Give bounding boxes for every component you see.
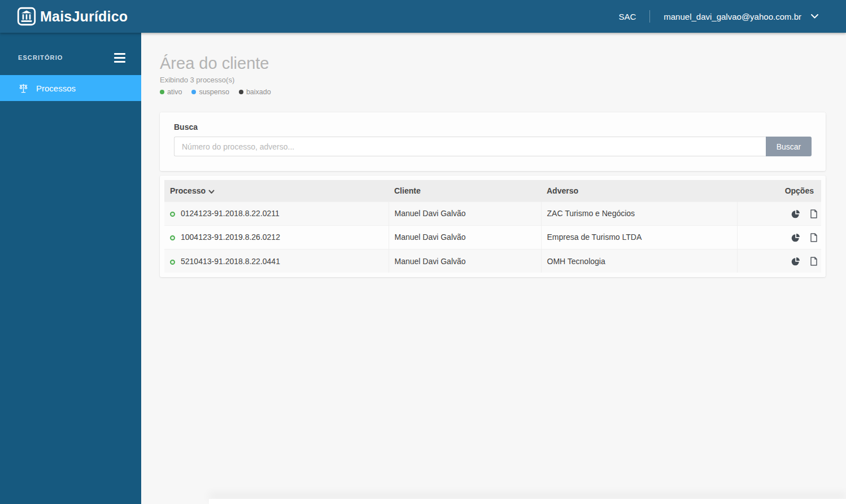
search-button[interactable]: Buscar bbox=[766, 137, 812, 156]
column-header-opcoes: Opções bbox=[737, 180, 821, 201]
hamburger-menu-icon[interactable] bbox=[114, 52, 125, 64]
legend-label-ativo: ativo bbox=[167, 88, 182, 96]
sidebar-section-label: ESCRITÓRIO bbox=[18, 54, 63, 61]
table-row: 5210413-91.2018.8.22.0441 Manuel Davi Ga… bbox=[164, 249, 821, 273]
bottom-page-fade bbox=[209, 499, 846, 504]
navbar-divider bbox=[649, 10, 650, 23]
column-header-cliente: Cliente bbox=[389, 180, 541, 201]
cell-opcoes bbox=[737, 225, 821, 249]
document-icon[interactable] bbox=[810, 257, 818, 266]
legend-item-suspenso: suspenso bbox=[191, 88, 229, 96]
cell-opcoes bbox=[737, 201, 821, 225]
status-dot-ativo bbox=[170, 235, 175, 240]
legend-dot-ativo bbox=[160, 90, 164, 94]
scales-of-justice-icon bbox=[18, 83, 29, 94]
status-legend: ativo suspenso baixado bbox=[160, 88, 826, 96]
legend-item-ativo: ativo bbox=[160, 88, 182, 96]
sidebar-header: ESCRITÓRIO bbox=[0, 33, 141, 65]
cell-processo: 0124123-91.2018.8.22.0211 bbox=[164, 201, 389, 225]
legend-label-suspenso: suspenso bbox=[199, 88, 229, 96]
column-header-processo[interactable]: Processo bbox=[164, 180, 389, 201]
top-navbar: MaisJurídico SAC manuel_davi_galvao@yaho… bbox=[0, 0, 846, 33]
user-menu[interactable]: manuel_davi_galvao@yahoo.com.br bbox=[664, 12, 819, 21]
search-input[interactable] bbox=[174, 137, 766, 156]
table-row: 0124123-91.2018.8.22.0211 Manuel Davi Ga… bbox=[164, 201, 821, 225]
courthouse-icon bbox=[17, 7, 36, 26]
legend-item-baixado: baixado bbox=[239, 88, 271, 96]
navbar-right: SAC manuel_davi_galvao@yahoo.com.br bbox=[618, 10, 819, 23]
process-table: Processo Cliente Adverso Opções 0124123-… bbox=[164, 180, 821, 273]
cell-processo: 1004123-91.2019.8.26.0212 bbox=[164, 225, 389, 249]
user-email: manuel_davi_galvao@yahoo.com.br bbox=[664, 12, 801, 21]
document-icon[interactable] bbox=[810, 209, 818, 218]
cell-adverso: OMH Tecnologia bbox=[541, 249, 737, 273]
cell-adverso: ZAC Turismo e Negócios bbox=[541, 201, 737, 225]
pie-chart-icon[interactable] bbox=[791, 209, 800, 218]
pie-chart-icon[interactable] bbox=[791, 233, 800, 242]
cell-cliente: Manuel Davi Galvão bbox=[389, 225, 541, 249]
table-header-row: Processo Cliente Adverso Opções bbox=[164, 180, 821, 201]
sidebar: ESCRITÓRIO Proc bbox=[0, 33, 141, 504]
cell-cliente: Manuel Davi Galvão bbox=[389, 249, 541, 273]
main-layout: ESCRITÓRIO Proc bbox=[0, 33, 846, 504]
app-root: MaisJurídico SAC manuel_davi_galvao@yaho… bbox=[0, 0, 846, 504]
pie-chart-icon[interactable] bbox=[791, 257, 800, 266]
sidebar-item-processos[interactable]: Processos bbox=[0, 75, 141, 101]
process-table-card: Processo Cliente Adverso Opções 0124123-… bbox=[160, 176, 826, 277]
cell-opcoes bbox=[737, 249, 821, 273]
cell-processo: 5210413-91.2018.8.22.0441 bbox=[164, 249, 389, 273]
document-icon[interactable] bbox=[810, 233, 818, 242]
page-subtitle: Exibindo 3 processo(s) bbox=[160, 76, 826, 84]
legend-label-baixado: baixado bbox=[246, 88, 271, 96]
cell-cliente: Manuel Davi Galvão bbox=[389, 201, 541, 225]
sort-chevron-down-icon bbox=[208, 190, 215, 194]
sac-link[interactable]: SAC bbox=[618, 12, 636, 21]
chevron-down-icon bbox=[810, 14, 819, 19]
cell-adverso: Empresa de Turismo LTDA bbox=[541, 225, 737, 249]
page-title: Área do cliente bbox=[160, 55, 826, 72]
search-input-group: Buscar bbox=[174, 137, 812, 156]
table-row: 1004123-91.2019.8.26.0212 Manuel Davi Ga… bbox=[164, 225, 821, 249]
brand-name: MaisJurídico bbox=[40, 8, 128, 25]
sidebar-nav: Processos bbox=[0, 75, 141, 101]
search-label: Busca bbox=[174, 122, 812, 132]
legend-dot-baixado bbox=[239, 90, 243, 94]
search-card: Busca Buscar bbox=[160, 112, 826, 171]
content-area: Área do cliente Exibindo 3 processo(s) a… bbox=[141, 33, 846, 504]
status-dot-ativo bbox=[170, 260, 175, 265]
legend-dot-suspenso bbox=[191, 90, 196, 94]
brand-logo[interactable]: MaisJurídico bbox=[17, 7, 128, 26]
status-dot-ativo bbox=[170, 212, 175, 217]
sidebar-item-label: Processos bbox=[36, 84, 76, 93]
column-header-adverso: Adverso bbox=[541, 180, 737, 201]
